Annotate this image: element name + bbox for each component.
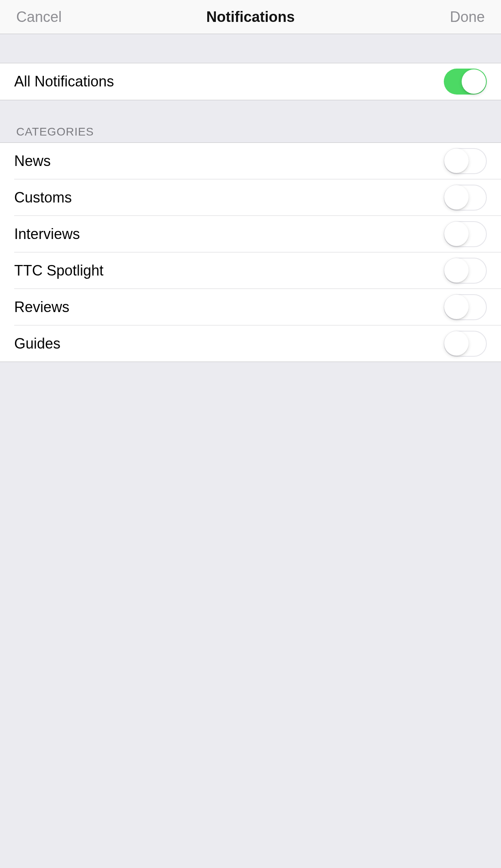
toggle-knob: [444, 185, 469, 209]
toggle-knob: [462, 69, 486, 94]
category-row-customs: Customs: [0, 179, 501, 215]
category-label: Reviews: [14, 299, 69, 316]
category-row-ttc-spotlight: TTC Spotlight: [0, 252, 501, 289]
category-toggle-guides[interactable]: [444, 331, 487, 357]
spacer: [0, 34, 501, 63]
navbar: Cancel Notifications Done: [0, 0, 501, 34]
category-row-interviews: Interviews: [0, 216, 501, 252]
category-toggle-news[interactable]: [444, 148, 487, 174]
toggle-knob: [444, 222, 469, 246]
category-toggle-interviews[interactable]: [444, 221, 487, 247]
category-label: News: [14, 153, 51, 170]
categories-header: CATEGORIES: [0, 100, 501, 142]
category-toggle-reviews[interactable]: [444, 294, 487, 320]
category-toggle-customs[interactable]: [444, 185, 487, 211]
toggle-knob: [444, 331, 469, 355]
category-label: TTC Spotlight: [14, 262, 103, 279]
toggle-knob: [444, 149, 469, 173]
toggle-knob: [444, 295, 469, 319]
all-notifications-label: All Notifications: [14, 73, 114, 90]
categories-header-text: CATEGORIES: [16, 125, 94, 138]
categories-group: News Customs Interviews TTC Spotlight: [0, 142, 501, 362]
category-label: Customs: [14, 189, 72, 206]
category-label: Guides: [14, 335, 60, 352]
toggle-knob: [444, 258, 469, 282]
category-row-reviews: Reviews: [0, 289, 501, 325]
done-button[interactable]: Done: [450, 9, 485, 26]
cancel-button[interactable]: Cancel: [16, 9, 62, 26]
category-row-news: News: [0, 143, 501, 179]
all-notifications-toggle[interactable]: [444, 69, 487, 95]
category-label: Interviews: [14, 226, 80, 243]
all-notifications-row: All Notifications: [0, 63, 501, 100]
all-notifications-group: All Notifications: [0, 63, 501, 100]
category-row-guides: Guides: [0, 325, 501, 362]
category-toggle-ttc-spotlight[interactable]: [444, 258, 487, 284]
page-title: Notifications: [206, 9, 295, 26]
